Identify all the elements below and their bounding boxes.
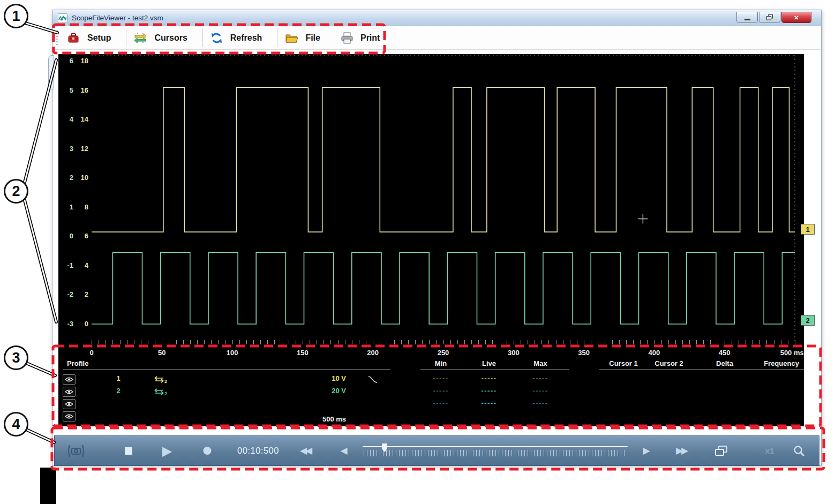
max-header: Max [533, 359, 547, 367]
x-axis-label: 200 [367, 349, 379, 357]
file-folder-icon [285, 33, 298, 43]
cursor1-header: Cursor 1 [609, 359, 637, 367]
cursor2-header: Cursor 2 [655, 359, 683, 367]
max-value: ----- [523, 387, 558, 395]
stop-button[interactable] [125, 436, 132, 465]
print-label: Print [360, 33, 380, 43]
step-back-button[interactable]: ◀ [340, 436, 347, 465]
refresh-button[interactable]: Refresh [204, 28, 276, 48]
print-icon [341, 32, 353, 44]
toolbar-separator [126, 29, 126, 47]
rewind-button[interactable]: ◀◀ [300, 436, 311, 465]
live-value: ----- [472, 374, 506, 382]
min-value: ----- [424, 387, 458, 395]
position-slider[interactable] [363, 445, 628, 458]
toolbar-grip [56, 31, 58, 46]
window-controls: × [736, 12, 811, 23]
playback-time: 00:10:500 [237, 436, 279, 465]
callout-4: 4 [4, 412, 28, 437]
waveform-plot[interactable] [58, 54, 804, 346]
x-axis-label: 100 [227, 349, 238, 357]
file-label: File [305, 33, 320, 43]
measurement-row-3: ----- ----- ----- [58, 399, 804, 410]
slider-track[interactable] [363, 446, 628, 447]
window-title: ScopeFileViewer - test2.vsm [72, 14, 163, 22]
setup-button[interactable]: Setup [61, 28, 125, 48]
corner-block [40, 468, 56, 504]
slider-ticks [364, 450, 627, 456]
minimize-button[interactable] [736, 12, 758, 23]
x-axis-label: 300 [508, 349, 520, 357]
print-button[interactable]: Print [334, 28, 394, 48]
zoom-level: x1 [765, 436, 774, 465]
callout-1: 1 [4, 4, 28, 28]
channel-number: 2 [112, 387, 125, 395]
timebase-label: 500 ms [310, 415, 358, 423]
step-forward-icon: ▶ [643, 446, 650, 455]
profile-underline [63, 370, 390, 370]
channel-2-badge[interactable]: 2 [801, 315, 815, 326]
probe-arrows-icon: 2 [149, 388, 168, 396]
close-button[interactable]: × [781, 12, 811, 23]
x-axis-label: 0 [89, 349, 93, 357]
stats-underline [420, 370, 569, 370]
record-button[interactable] [204, 436, 212, 465]
cursors-icon [134, 32, 147, 44]
delta-header: Delta [716, 359, 733, 367]
play-button[interactable]: ▶ [162, 436, 172, 465]
measurement-row-1: 1 2 10 V ----- ----- ----- [58, 374, 804, 385]
x-axis-labels: 050100150200250300350400450500 ms [58, 349, 804, 358]
fast-forward-button[interactable]: ▶▶ [676, 436, 687, 465]
profile-header: Profile [67, 359, 88, 367]
stop-icon [125, 447, 132, 455]
step-back-icon: ◀ [340, 446, 347, 455]
channel-scale: 20 V [292, 387, 346, 395]
page: ScopeFileViewer - test2.vsm × [0, 0, 835, 504]
callout-2: 2 [4, 179, 28, 204]
channel-number: 1 [112, 374, 125, 382]
toolbar-separator [277, 29, 277, 47]
visibility-eye-button[interactable] [63, 411, 76, 422]
x-axis-label: 50 [158, 349, 166, 357]
side-panel-handle[interactable] [48, 55, 54, 89]
probe-arrows-icon: 2 [149, 376, 168, 383]
play-icon: ▶ [162, 445, 172, 457]
restore-button[interactable] [759, 12, 780, 23]
callout-3: 3 [4, 345, 28, 370]
fast-forward-icon: ▶▶ [676, 446, 687, 455]
svg-text:2: 2 [164, 379, 167, 383]
refresh-label: Refresh [230, 33, 262, 43]
setup-label: Setup [87, 33, 111, 43]
x-axis-ruler [92, 340, 795, 344]
close-icon: × [794, 13, 799, 22]
svg-text:2: 2 [164, 391, 167, 396]
camera-snapshot-icon[interactable] [67, 444, 85, 458]
record-icon [204, 447, 212, 455]
min-header: Min [435, 359, 447, 367]
x-axis-label: 350 [578, 349, 590, 357]
cursors-button[interactable]: Cursors [127, 28, 201, 48]
measurement-row-2: 2 2 20 V ----- ----- ----- [58, 387, 804, 397]
transport-bar: ▶ 00:10:500 ◀◀ ◀ ▶ ▶▶ x1 [54, 435, 819, 466]
cursors-underline [599, 370, 804, 370]
step-forward-button[interactable]: ▶ [643, 436, 650, 465]
slope-icon [367, 375, 378, 383]
x-axis-label: 500 ms [780, 349, 804, 357]
toolbar-separator [202, 29, 203, 47]
app-window: ScopeFileViewer - test2.vsm × [52, 10, 822, 466]
titlebar[interactable]: ScopeFileViewer - test2.vsm × [52, 10, 821, 26]
x-axis-label: 400 [649, 349, 660, 357]
channel-scale: 10 V [292, 374, 346, 382]
live-value: ----- [472, 399, 506, 407]
display-mode-icon[interactable] [714, 445, 728, 457]
channel-1-badge[interactable]: 1 [801, 224, 815, 235]
live-value: ----- [472, 387, 506, 395]
scope-display[interactable]: 6543210-1-2-3 181614121086420 0501001502… [58, 54, 804, 426]
cursors-label: Cursors [154, 33, 187, 43]
x-axis-label: 150 [297, 349, 309, 357]
file-button[interactable]: File [279, 28, 334, 48]
max-value: ----- [523, 399, 558, 407]
x-axis-label: 250 [438, 349, 449, 357]
eye-icon [65, 413, 73, 419]
zoom-icon[interactable] [793, 445, 806, 457]
